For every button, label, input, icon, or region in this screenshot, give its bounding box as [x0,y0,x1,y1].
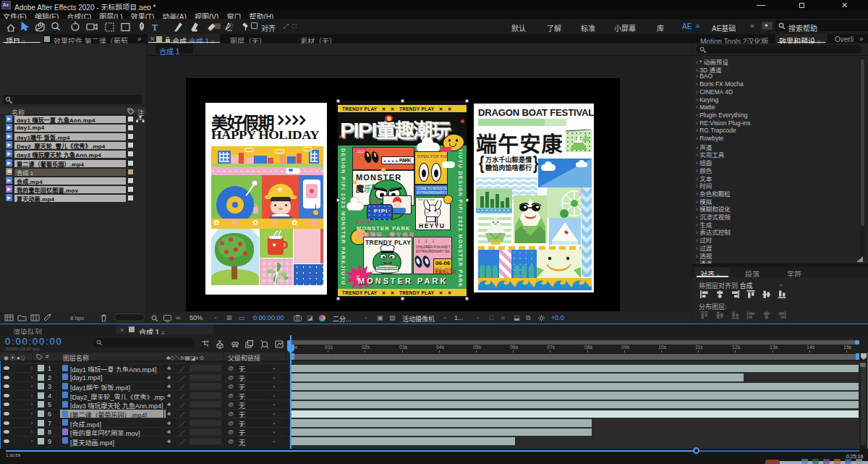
svg-text:T: T [152,22,158,33]
